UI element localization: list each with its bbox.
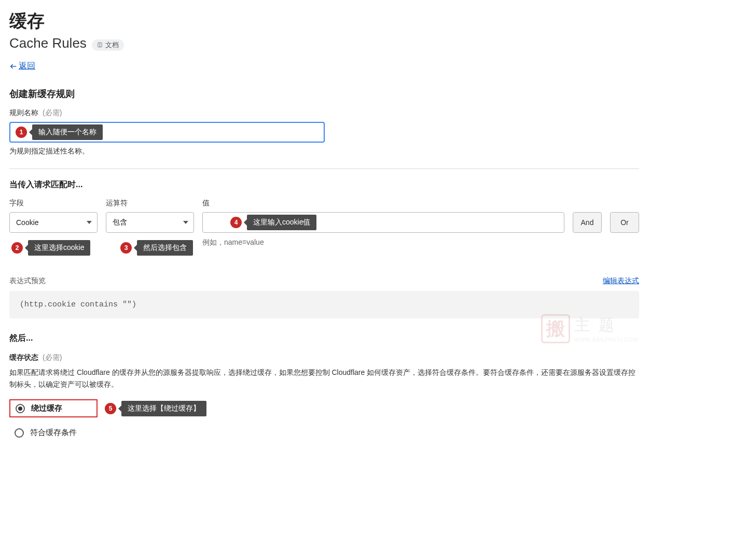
docs-link[interactable]: 文档 bbox=[92, 39, 124, 51]
page-subtitle: Cache Rules bbox=[9, 35, 87, 51]
radio-eligible-cache[interactable]: 符合缓存条件 bbox=[9, 428, 639, 438]
edit-expression-link[interactable]: 编辑表达式 bbox=[603, 276, 639, 286]
radio-circle-icon bbox=[15, 428, 24, 438]
value-example: 例如，name=value bbox=[202, 238, 639, 247]
field-select[interactable]: Cookie bbox=[9, 212, 98, 233]
docs-label: 文档 bbox=[105, 40, 119, 50]
back-link[interactable]: 返回 bbox=[9, 61, 35, 72]
divider bbox=[9, 169, 639, 169]
annotation-5: 5 这里选择【绕过缓存】 bbox=[105, 401, 206, 416]
annotation-3: 3 然后选择包含 bbox=[120, 240, 193, 256]
field-column-label: 字段 bbox=[9, 199, 98, 208]
page-title: 缓存 bbox=[9, 9, 639, 33]
cache-status-description: 如果匹配请求将绕过 Cloudflare 的缓存并从您的源服务器提取响应，选择绕… bbox=[9, 367, 639, 391]
rule-name-label: 规则名称 bbox=[9, 108, 38, 118]
annotation-4: 4 这里输入cookie值 bbox=[230, 215, 316, 230]
cache-status-label: 缓存状态 bbox=[9, 353, 38, 362]
expression-code: (http.cookie contains "") bbox=[9, 291, 639, 318]
value-column-label: 值 bbox=[202, 199, 639, 208]
radio-circle-icon bbox=[16, 404, 25, 413]
match-heading: 当传入请求匹配时... bbox=[9, 179, 639, 190]
then-heading: 然后... bbox=[9, 333, 639, 344]
operator-column-label: 运算符 bbox=[106, 199, 194, 208]
rule-name-helper: 为规则指定描述性名称。 bbox=[9, 147, 639, 156]
radio-bypass-cache[interactable]: 绕过缓存 bbox=[9, 399, 98, 417]
operator-select[interactable]: 包含 bbox=[106, 212, 194, 233]
required-marker-2: (必需) bbox=[43, 353, 62, 362]
annotation-2: 2 这里选择cookie bbox=[11, 240, 90, 256]
and-button[interactable]: And bbox=[573, 212, 602, 233]
create-heading: 创建新缓存规则 bbox=[9, 88, 639, 100]
required-marker: (必需) bbox=[43, 108, 62, 118]
book-icon bbox=[97, 42, 103, 48]
arrow-left-icon bbox=[9, 62, 18, 71]
expression-preview-label: 表达式预览 bbox=[9, 276, 46, 286]
annotation-1: 1 输入随便一个名称 bbox=[16, 124, 103, 140]
or-button[interactable]: Or bbox=[610, 212, 639, 233]
